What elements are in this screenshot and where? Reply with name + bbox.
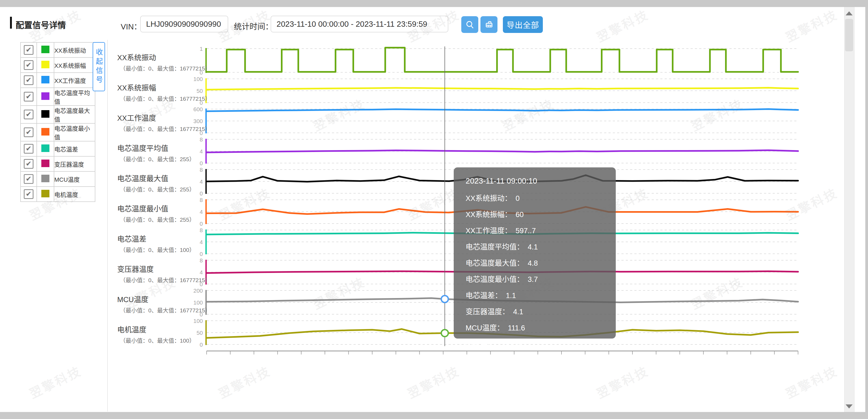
- chart-range-note: （最小值：0、最大值：16777215）: [117, 64, 206, 72]
- tooltip-value: 4.1: [513, 308, 523, 316]
- tooltip-value: 3.7: [528, 276, 538, 284]
- chart-row-label: 电芯温度最小值（最小值：0、最大值：255）: [117, 203, 206, 223]
- chart-tooltip: 2023-11-11 09:00:10 XX系统振动：0XX系统振幅：60XX工…: [454, 167, 616, 339]
- chart-title: XX系统振动: [117, 52, 206, 62]
- tooltip-value: 4.8: [528, 259, 538, 267]
- signal-name: 电芯温度平均值: [54, 88, 95, 105]
- signal-checkbox[interactable]: ✔: [24, 60, 33, 70]
- chart-row-label: 电芯温度最大值（最小值：0、最大值：255）: [117, 173, 206, 193]
- chart-row-label: XX系统振动（最小值：0、最大值：16777215）: [117, 52, 206, 72]
- chart-title: MCU温度: [117, 294, 206, 304]
- hover-marker-ring: [441, 330, 448, 337]
- tooltip-row: 电芯温度最大值：4.8: [466, 257, 604, 268]
- tooltip-label: 电芯温度最小值：: [466, 276, 524, 284]
- axis-tick-label: 8: [199, 227, 203, 233]
- chart-range-note: （最小值：0、最大值：16777215）: [117, 94, 206, 102]
- chart-range-note: （最小值：0、最大值：100）: [117, 246, 206, 254]
- chart-title: 变压器温度: [117, 263, 206, 274]
- chart-title: 电芯温度最大值: [117, 173, 206, 183]
- scrollbar-thumb[interactable]: [845, 19, 853, 51]
- chart-row-label: 电芯温差（最小值：0、最大值：100）: [117, 233, 206, 254]
- check-icon: ✔: [26, 129, 32, 135]
- check-icon: ✔: [26, 190, 32, 197]
- signal-color-swatch: [41, 190, 50, 197]
- tooltip-label: 电机温度：: [466, 340, 502, 348]
- signal-color-swatch: [41, 144, 50, 152]
- chart-row-label: XX系统振幅（最小值：0、最大值：16777215）: [117, 82, 206, 102]
- tooltip-value: 0: [516, 194, 520, 202]
- signal-row: ✔ 电芯温度最小值: [21, 123, 95, 141]
- series-line: [207, 109, 798, 111]
- signal-color-swatch: [41, 92, 50, 100]
- hover-marker-ring: [441, 296, 448, 303]
- axis-tick-label: 100: [193, 76, 203, 82]
- chart-title: 电芯温度平均值: [117, 142, 206, 153]
- tooltip-label: 电芯温度最大值：: [466, 259, 524, 267]
- tooltip-value: 597..7: [516, 227, 536, 235]
- tooltip-row: 电芯温差：1.1: [466, 290, 604, 300]
- signal-row: ✔ XX系统振幅: [21, 58, 95, 73]
- axis-tick-label: 1: [199, 45, 203, 52]
- signal-name: 电芯温度最小值: [54, 123, 95, 141]
- signal-color-swatch: [41, 175, 50, 182]
- signal-name: 电机温度: [54, 187, 95, 202]
- tooltip-value: 60: [516, 211, 524, 219]
- chart-row-label: 变压器温度（最小值：0、最大值：16777215）: [117, 263, 206, 284]
- signal-checkbox[interactable]: ✔: [24, 189, 33, 199]
- chart-row-label: XX工作温度（最小值：0、最大值：16777215）: [117, 112, 206, 133]
- check-icon: ✔: [26, 111, 32, 118]
- signal-checkbox[interactable]: ✔: [24, 75, 33, 85]
- tooltip-label: XX系统振动：: [466, 194, 512, 202]
- scroll-up-arrow-icon[interactable]: [845, 11, 852, 15]
- signal-checkbox[interactable]: ✔: [24, 174, 33, 184]
- signal-color-swatch: [41, 110, 50, 118]
- signal-name: XX系统振动: [54, 42, 95, 58]
- tooltip-value: 1.1: [506, 292, 516, 300]
- chart-title: 电芯温差: [117, 233, 206, 244]
- signal-row: ✔ 电机温度: [21, 187, 95, 202]
- check-icon: ✔: [26, 61, 32, 68]
- tooltip-row: 变压器温度：4.1: [466, 306, 604, 316]
- signal-row: ✔ XX系统振动: [21, 42, 95, 58]
- signal-row: ✔ MCU温度: [21, 171, 95, 187]
- chart-range-note: （最小值：0、最大值：16777215）: [117, 306, 206, 314]
- signal-row: ✔ XX工作温度: [21, 73, 95, 88]
- axis-tick-label: 8: [199, 257, 203, 263]
- check-icon: ✔: [26, 93, 32, 100]
- axis-tick-label: 200: [193, 288, 203, 294]
- check-icon: ✔: [26, 46, 32, 53]
- signal-checkbox[interactable]: ✔: [24, 109, 33, 119]
- chart-title: 电芯温度最小值: [117, 203, 206, 214]
- signal-checkbox[interactable]: ✔: [24, 144, 33, 154]
- chart-range-note: （最小值：0、最大值：255）: [117, 215, 206, 223]
- tooltip-row: XX工作温度：597..7: [466, 225, 604, 235]
- chart-title: 电机温度: [117, 324, 206, 334]
- tooltip-value: 4.1: [528, 243, 538, 251]
- axis-tick-label: 100: [193, 318, 203, 324]
- tooltip-label: 电芯温度平均值：: [466, 243, 524, 251]
- check-icon: ✔: [26, 160, 32, 167]
- signal-color-swatch: [41, 128, 50, 135]
- series-line: [207, 48, 798, 72]
- collapse-signals-button[interactable]: 收起信号: [93, 42, 105, 91]
- signal-checkbox[interactable]: ✔: [24, 45, 33, 55]
- signal-checkbox[interactable]: ✔: [24, 159, 33, 169]
- check-icon: ✔: [26, 175, 32, 182]
- signal-name: 电芯温差: [54, 141, 95, 156]
- signal-name: XX系统振幅: [54, 58, 95, 73]
- tooltip-row: 电芯温度最小值：3.7: [466, 273, 604, 284]
- signal-row: ✔ 电芯温度平均值: [21, 88, 95, 105]
- axis-tick-label: 8: [199, 167, 203, 173]
- signal-checkbox[interactable]: ✔: [24, 127, 33, 137]
- axis-tick-label: 8: [199, 197, 203, 203]
- signal-row: ✔ 变压器温度: [21, 156, 95, 171]
- tooltip-row: 电机温度：49.8: [466, 338, 604, 349]
- signal-checkbox[interactable]: ✔: [24, 92, 33, 101]
- window-right-edge: [865, 0, 868, 419]
- vertical-scrollbar[interactable]: [844, 7, 855, 412]
- scroll-down-arrow-icon[interactable]: [845, 405, 852, 409]
- chart-row-label: MCU温度（最小值：0、最大值：16777215）: [117, 294, 206, 314]
- chart-title: XX系统振幅: [117, 82, 206, 93]
- chart-range-note: （最小值：0、最大值：255）: [117, 155, 206, 163]
- signal-name: 电芯温度最大值: [54, 105, 95, 123]
